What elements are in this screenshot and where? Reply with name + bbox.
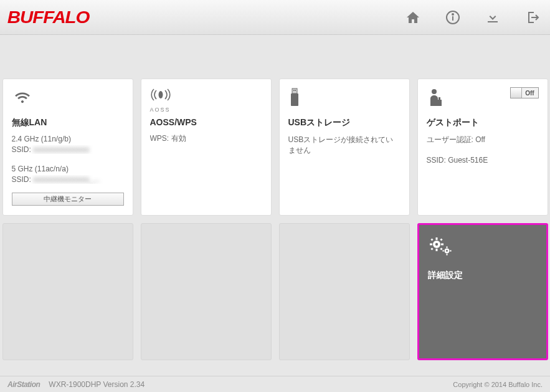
- model-version: WXR-1900DHP Version 2.34: [49, 380, 145, 389]
- svg-point-2: [452, 14, 453, 15]
- card-title: 詳細設定: [428, 270, 538, 281]
- svg-rect-7: [291, 93, 298, 106]
- info-icon[interactable]: [445, 9, 461, 26]
- svg-point-3: [158, 91, 163, 98]
- wlan-5-ssid: SSID: xxxxxxxxxxxxxxx_...: [12, 175, 124, 184]
- card-advanced-settings[interactable]: 詳細設定: [417, 223, 548, 360]
- card-empty-2: [141, 223, 272, 360]
- wifi-icon: [12, 87, 33, 107]
- toggle-knob: [511, 88, 522, 98]
- svg-rect-13: [435, 237, 437, 240]
- svg-point-8: [432, 89, 437, 94]
- svg-rect-16: [441, 244, 443, 246]
- card-aoss-wps[interactable]: AOSS AOSS/WPS WPS: 有効: [141, 79, 272, 216]
- svg-point-12: [435, 243, 437, 246]
- svg-rect-10: [439, 97, 440, 100]
- wps-status: WPS: 有効: [150, 133, 262, 144]
- usb-icon: [288, 87, 301, 110]
- aoss-icon: AOSS: [150, 87, 171, 113]
- gears-icon: [428, 237, 538, 261]
- svg-rect-6: [295, 90, 296, 91]
- svg-rect-26: [450, 251, 452, 252]
- svg-rect-14: [435, 249, 437, 251]
- card-title: AOSS/WPS: [150, 117, 262, 127]
- wlan-24-ssid: SSID: xxxxxxxxxxxxxxx: [12, 145, 124, 154]
- usb-status: USBストレージが接続されていません: [288, 135, 401, 156]
- svg-rect-20: [440, 247, 442, 250]
- card-title: ゲストポート: [427, 117, 539, 128]
- guest-auth: ユーザー認証: Off: [427, 135, 539, 145]
- svg-rect-5: [293, 90, 295, 91]
- aoss-icon-label: AOSS: [150, 107, 171, 113]
- card-empty-1: [2, 223, 133, 360]
- guest-icon: [427, 87, 444, 110]
- brand-logo: BUFFALO: [7, 7, 89, 27]
- svg-rect-4: [292, 88, 297, 93]
- guest-ssid: SSID: Guest-516E: [427, 156, 539, 165]
- card-wireless-lan[interactable]: 無線LAN 2.4 GHz (11n/g/b) SSID: xxxxxxxxxx…: [2, 79, 133, 216]
- logout-icon[interactable]: [524, 9, 541, 26]
- svg-rect-15: [430, 244, 432, 246]
- wlan-24-band: 2.4 GHz (11n/g/b): [12, 135, 124, 143]
- header-bar: BUFFALO: [0, 0, 550, 35]
- guest-toggle[interactable]: Off: [510, 87, 539, 98]
- svg-rect-9: [437, 100, 442, 106]
- toggle-label: Off: [522, 90, 538, 97]
- svg-rect-23: [446, 246, 447, 248]
- card-title: USBストレージ: [288, 117, 401, 128]
- home-icon[interactable]: [405, 9, 421, 26]
- airstation-label: AirStation: [7, 380, 40, 389]
- svg-rect-19: [430, 247, 433, 250]
- download-icon[interactable]: [485, 9, 501, 26]
- card-usb-storage[interactable]: USBストレージ USBストレージが接続されていません: [279, 79, 410, 216]
- card-guest-port[interactable]: Off ゲストポート ユーザー認証: Off SSID: Guest-516E: [417, 79, 548, 216]
- card-empty-3: [279, 223, 410, 360]
- card-grid: 無線LAN 2.4 GHz (11n/g/b) SSID: xxxxxxxxxx…: [0, 35, 550, 360]
- svg-rect-24: [446, 254, 447, 256]
- header-icon-group: [405, 9, 541, 26]
- copyright: Copyright © 2014 Buffalo Inc.: [453, 381, 543, 388]
- footer-bar: AirStation WXR-1900DHP Version 2.34 Copy…: [0, 376, 550, 392]
- svg-point-22: [446, 250, 448, 252]
- svg-rect-17: [430, 238, 433, 241]
- card-title: 無線LAN: [12, 117, 124, 128]
- svg-rect-25: [442, 251, 444, 252]
- repeater-monitor-button[interactable]: 中継機モニター: [12, 193, 124, 206]
- svg-rect-18: [440, 238, 442, 241]
- wlan-5-band: 5 GHz (11ac/n/a): [12, 165, 124, 173]
